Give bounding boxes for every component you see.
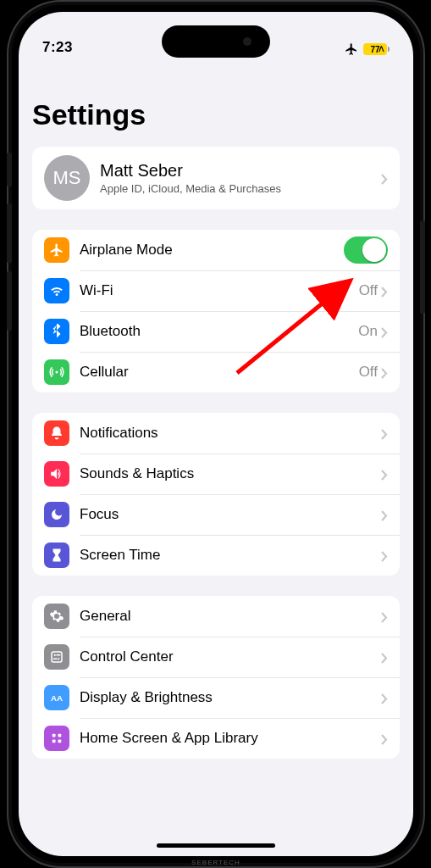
svg-rect-8 bbox=[58, 740, 62, 743]
chevron-right-icon bbox=[381, 428, 388, 439]
airplane-mode-label: Airplane Mode bbox=[80, 242, 344, 259]
apple-id-row[interactable]: MS Matt Seber Apple ID, iCloud, Media & … bbox=[32, 147, 400, 209]
screentime-icon bbox=[44, 542, 69, 568]
svg-point-3 bbox=[58, 658, 59, 659]
screentime-label: Screen Time bbox=[80, 547, 381, 564]
bluetooth-icon bbox=[44, 319, 69, 344]
alerts-group: Notifications Sounds & Haptics Focus Scr… bbox=[32, 413, 400, 576]
chevron-right-icon bbox=[381, 173, 388, 184]
home-indicator[interactable] bbox=[157, 843, 275, 848]
svg-text:AA: AA bbox=[51, 693, 63, 703]
screentime-row[interactable]: Screen Time bbox=[32, 535, 400, 576]
wifi-row[interactable]: Wi-Fi Off bbox=[32, 270, 400, 311]
wifi-label: Wi-Fi bbox=[80, 282, 359, 299]
focus-label: Focus bbox=[80, 506, 381, 523]
notifications-label: Notifications bbox=[80, 425, 381, 442]
avatar: MS bbox=[44, 155, 90, 201]
bluetooth-value: On bbox=[358, 323, 378, 340]
chevron-right-icon bbox=[381, 326, 388, 337]
phone-frame: 7:23 77𐌡 Settings MS Matt Seber Apple ID… bbox=[7, 0, 425, 868]
chevron-right-icon bbox=[381, 509, 388, 520]
sounds-row[interactable]: Sounds & Haptics bbox=[32, 453, 400, 494]
display-row[interactable]: AA Display & Brightness bbox=[32, 677, 400, 718]
svg-rect-7 bbox=[52, 740, 56, 743]
cellular-label: Cellular bbox=[80, 364, 359, 381]
chevron-right-icon bbox=[381, 469, 388, 480]
homescreen-row[interactable]: Home Screen & App Library bbox=[32, 718, 400, 759]
svg-point-0 bbox=[56, 371, 58, 374]
profile-name: Matt Seber bbox=[100, 161, 381, 181]
svg-point-2 bbox=[54, 654, 56, 656]
airplane-icon bbox=[44, 237, 69, 263]
airplane-mode-row[interactable]: Airplane Mode bbox=[32, 230, 400, 270]
chevron-right-icon bbox=[381, 693, 388, 704]
notifications-row[interactable]: Notifications bbox=[32, 413, 400, 453]
cellular-icon bbox=[44, 359, 69, 385]
display-label: Display & Brightness bbox=[80, 689, 381, 706]
wifi-icon bbox=[44, 278, 69, 303]
notifications-icon bbox=[44, 420, 69, 446]
profile-subtitle: Apple ID, iCloud, Media & Purchases bbox=[100, 182, 381, 195]
cellular-value: Off bbox=[359, 364, 378, 381]
control-center-row[interactable]: Control Center bbox=[32, 637, 400, 677]
general-icon bbox=[44, 604, 69, 629]
battery-indicator: 77𐌡 bbox=[363, 43, 390, 55]
focus-row[interactable]: Focus bbox=[32, 494, 400, 535]
airplane-mode-status-icon bbox=[345, 42, 358, 56]
general-label: General bbox=[80, 608, 381, 625]
cellular-row[interactable]: Cellular Off bbox=[32, 352, 400, 392]
sounds-icon bbox=[44, 461, 69, 487]
profile-group: MS Matt Seber Apple ID, iCloud, Media & … bbox=[32, 147, 400, 209]
display-icon: AA bbox=[44, 685, 69, 710]
airplane-mode-toggle[interactable] bbox=[344, 236, 388, 264]
svg-rect-5 bbox=[52, 734, 56, 737]
chevron-right-icon bbox=[381, 286, 388, 297]
general-row[interactable]: General bbox=[32, 596, 400, 637]
bluetooth-row[interactable]: Bluetooth On bbox=[32, 311, 400, 352]
dynamic-island bbox=[162, 25, 270, 58]
system-group: General Control Center AA Display & Brig… bbox=[32, 596, 400, 759]
page-title: Settings bbox=[32, 98, 400, 131]
status-time: 7:23 bbox=[42, 39, 73, 56]
watermark: SEBERTECH bbox=[191, 859, 240, 866]
homescreen-icon bbox=[44, 726, 69, 751]
bluetooth-label: Bluetooth bbox=[80, 323, 358, 340]
control-center-label: Control Center bbox=[80, 648, 381, 665]
chevron-right-icon bbox=[381, 550, 388, 561]
settings-content: Settings MS Matt Seber Apple ID, iCloud,… bbox=[19, 12, 413, 856]
screen: 7:23 77𐌡 Settings MS Matt Seber Apple ID… bbox=[19, 12, 413, 856]
control-center-icon bbox=[44, 644, 69, 670]
chevron-right-icon bbox=[381, 733, 388, 744]
connectivity-group: Airplane Mode Wi-Fi Off Bluetooth On bbox=[32, 230, 400, 392]
svg-rect-6 bbox=[58, 734, 62, 737]
focus-icon bbox=[44, 502, 69, 527]
chevron-right-icon bbox=[381, 652, 388, 663]
svg-rect-1 bbox=[52, 652, 62, 662]
wifi-value: Off bbox=[359, 282, 378, 299]
chevron-right-icon bbox=[381, 611, 388, 622]
homescreen-label: Home Screen & App Library bbox=[80, 730, 381, 747]
sounds-label: Sounds & Haptics bbox=[80, 465, 381, 482]
chevron-right-icon bbox=[381, 367, 388, 378]
